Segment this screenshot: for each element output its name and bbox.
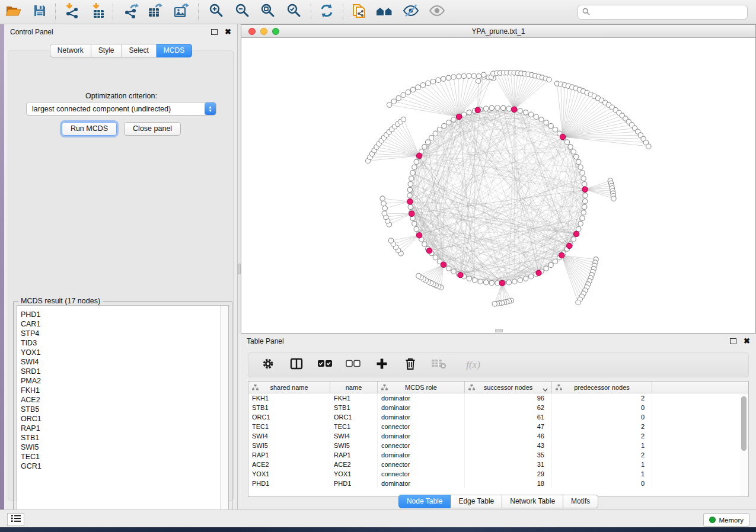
search-icon [582, 7, 590, 18]
list-item[interactable]: PMA2 [21, 376, 228, 386]
export-network-button[interactable] [120, 2, 143, 22]
tab-network[interactable]: Network [50, 44, 91, 57]
criterion-select[interactable]: largest connected component (undirected)… [26, 102, 216, 116]
list-item[interactable]: TEC1 [21, 452, 228, 462]
duplicate-network-button[interactable] [348, 2, 371, 22]
list-item[interactable]: ORC1 [21, 414, 228, 424]
hide-selected-button[interactable] [400, 2, 422, 22]
search-input[interactable] [593, 7, 747, 18]
show-columns-button[interactable] [289, 357, 304, 373]
float-panel-icon[interactable] [211, 29, 218, 35]
table-row[interactable]: SWI5SWI5connector431 [248, 441, 748, 450]
plus-icon [376, 358, 388, 372]
cell-name: PHD1 [330, 479, 378, 488]
network-window: YPA_prune.txt_1 [241, 24, 756, 334]
mcds-list-scrollbar[interactable] [220, 306, 228, 517]
mcds-result-list[interactable]: PHD1CAR1STP4TID3YOX1SWI4SRD1PMA2FKH1ACE2… [17, 305, 229, 518]
network-visualization[interactable] [241, 38, 755, 333]
list-item[interactable]: STP4 [21, 329, 228, 338]
tab-node-table[interactable]: Node Table [398, 495, 451, 508]
tab-select[interactable]: Select [122, 44, 157, 57]
zoom-selected-button[interactable] [283, 2, 305, 22]
run-mcds-button[interactable]: Run MCDS [62, 122, 117, 136]
tab-style[interactable]: Style [91, 44, 122, 57]
list-item[interactable]: RAP1 [21, 424, 228, 433]
unselect-all-button[interactable] [346, 357, 361, 373]
cell-shared-name: SWI4 [248, 431, 330, 441]
list-item[interactable]: PHD1 [21, 310, 228, 319]
list-item[interactable]: SRD1 [21, 367, 228, 376]
table-row[interactable]: RAP1RAP1dominator352 [248, 450, 748, 460]
import-table-button[interactable] [87, 2, 110, 22]
delete-table-button[interactable] [431, 357, 446, 373]
column-header-mcds-role[interactable]: MCDS role [378, 382, 465, 393]
tab-mcds[interactable]: MCDS [157, 44, 192, 57]
float-panel-icon[interactable] [730, 338, 736, 344]
table-row[interactable]: SWI4SWI4dominator462 [248, 431, 748, 441]
refresh-layout-button[interactable] [315, 2, 338, 22]
cell-mcds-role: connector [378, 422, 465, 431]
search-field[interactable] [578, 5, 748, 20]
column-header-successor-nodes[interactable]: successor nodes [465, 382, 552, 393]
open-file-button[interactable] [2, 2, 25, 22]
cell-successor-nodes: 18 [465, 479, 552, 488]
cell-name: SWI4 [330, 431, 378, 441]
table-settings-button[interactable] [260, 357, 276, 373]
table-row[interactable]: PHD1PHD1dominator180 [248, 479, 748, 488]
export-table-button[interactable] [144, 2, 167, 22]
list-item[interactable]: STB1 [21, 433, 228, 443]
list-item[interactable]: YOX1 [21, 348, 228, 357]
delete-row-button[interactable] [403, 357, 418, 373]
zoom-in-icon [209, 3, 224, 21]
function-builder-button[interactable]: f(x) [460, 357, 487, 373]
cell-mcds-role: dominator [378, 403, 465, 412]
cell-name: SWI5 [330, 441, 378, 450]
list-item[interactable]: TID3 [21, 338, 228, 348]
tab-edge-table[interactable]: Edge Table [451, 495, 502, 508]
export-image-button[interactable] [170, 2, 193, 22]
list-item[interactable]: SWI4 [21, 357, 228, 367]
close-panel-button[interactable]: Close panel [124, 122, 181, 136]
table-scrollbar[interactable] [740, 394, 748, 497]
memory-button[interactable]: Memory [703, 513, 749, 527]
close-panel-icon[interactable]: ✖ [744, 338, 750, 344]
list-item[interactable]: GCR1 [21, 462, 228, 471]
table-row[interactable]: FKH1FKH1dominator962 [248, 393, 748, 403]
import-network-button[interactable] [61, 2, 84, 22]
task-history-button[interactable] [7, 513, 24, 526]
table-row[interactable]: TEC1TEC1connector472 [248, 422, 748, 431]
list-item[interactable]: CAR1 [21, 319, 228, 329]
add-row-button[interactable] [374, 357, 390, 373]
table-scrollbar-thumb[interactable] [741, 396, 747, 451]
zoom-out-button[interactable] [231, 2, 254, 22]
horizontal-splitter-handle[interactable] [495, 329, 503, 332]
list-item[interactable]: SWI5 [21, 443, 228, 452]
table-row[interactable]: ACE2ACE2connector311 [248, 460, 748, 469]
list-item[interactable]: ACE2 [21, 395, 228, 405]
cell-shared-name: ACE2 [248, 460, 330, 469]
close-panel-icon[interactable]: ✖ [225, 29, 231, 35]
show-all-button[interactable] [426, 2, 448, 22]
table-row[interactable]: YOX1YOX1connector291 [248, 469, 748, 479]
tab-motifs[interactable]: Motifs [563, 495, 598, 508]
column-header-name[interactable]: name [330, 382, 378, 393]
list-item[interactable]: STB5 [21, 405, 228, 414]
column-header-predecessor-nodes[interactable]: predecessor nodes [552, 382, 652, 393]
export-network-icon [124, 3, 139, 21]
zoom-in-button[interactable] [205, 2, 228, 22]
table-row[interactable]: ORC1ORC1dominator610 [248, 412, 748, 422]
cell-shared-name: STB1 [248, 403, 330, 412]
table-row[interactable]: STB1STB1dominator620 [248, 403, 748, 412]
column-header-shared-name[interactable]: shared name [248, 382, 330, 393]
import-table-icon [91, 3, 106, 21]
select-all-button[interactable] [317, 357, 333, 373]
cell-predecessor-nodes: 0 [552, 412, 652, 422]
tab-network-table[interactable]: Network Table [502, 495, 563, 508]
first-neighbors-button[interactable] [374, 2, 396, 22]
network-canvas[interactable] [241, 38, 755, 333]
list-item[interactable]: FKH1 [21, 386, 228, 395]
zoom-fit-button[interactable] [257, 2, 279, 22]
sort-icon[interactable] [543, 386, 548, 393]
control-panel-titlebar: Control Panel ✖ [4, 24, 237, 40]
save-session-button[interactable] [28, 2, 51, 22]
